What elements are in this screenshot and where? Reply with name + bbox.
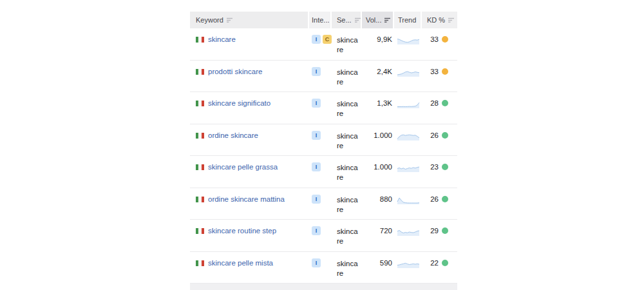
- sort-icon-active[interactable]: [384, 17, 390, 23]
- table-row: ordine skincare mattina I skincare 880 2…: [190, 188, 457, 220]
- intent-header-label: Inte...: [312, 16, 330, 24]
- table-row: skincare I C skincare 9,9K 33: [190, 28, 457, 61]
- trend-sparkline: [397, 37, 420, 45]
- volume-cell: 1.000: [362, 156, 394, 188]
- intent-cell: I: [309, 252, 332, 284]
- column-header-seed[interactable]: Se...: [332, 12, 362, 28]
- kd-difficulty-dot: [442, 68, 448, 75]
- volume-cell: 9,9K: [362, 28, 394, 60]
- table-row: skincare pelle mista I skincare 590 22: [190, 252, 457, 284]
- kd-cell: 28: [422, 92, 457, 124]
- seed-keyword-cell: skincare: [332, 252, 362, 284]
- trend-sparkline: [397, 133, 420, 141]
- table-row: skincare significato I skincare 1,3K 28: [190, 92, 457, 124]
- volume-cell: 1.000: [362, 124, 394, 156]
- keyword-link[interactable]: ordine skincare mattina: [208, 195, 285, 204]
- keyword-link[interactable]: skincare pelle grassa: [208, 163, 278, 171]
- keyword-cell: ordine skincare: [190, 124, 309, 156]
- keyword-cell: skincare significato: [190, 92, 309, 124]
- table-row: skincare routine step I skincare 720 29: [190, 220, 457, 252]
- volume-value: 1,3K: [377, 99, 392, 107]
- keyword-link[interactable]: ordine skincare: [208, 131, 258, 140]
- kd-value: 33: [430, 35, 439, 43]
- trend-sparkline: [397, 69, 420, 77]
- seed-keyword-text: skincare: [337, 259, 359, 278]
- intent-badge-informational[interactable]: I: [312, 99, 321, 108]
- kd-value: 22: [430, 259, 439, 267]
- trend-cell: [394, 220, 422, 251]
- keyword-header-label: Keyword: [196, 16, 223, 24]
- intent-badge-informational[interactable]: I: [312, 162, 321, 171]
- volume-cell: 1,3K: [362, 92, 394, 124]
- kd-cell: 23: [422, 156, 457, 188]
- keyword-cell: skincare routine step: [190, 220, 309, 251]
- keyword-link[interactable]: skincare: [208, 35, 236, 44]
- intent-cell: I: [309, 61, 332, 92]
- kd-cell: 26: [422, 124, 457, 156]
- column-header-keyword[interactable]: Keyword: [190, 12, 309, 28]
- kd-cell: 33: [422, 28, 457, 60]
- volume-value: 590: [380, 259, 392, 267]
- keyword-cell: skincare pelle mista: [190, 252, 309, 284]
- volume-cell: 2,4K: [362, 61, 394, 92]
- intent-badge-informational[interactable]: I: [312, 131, 321, 140]
- seed-keyword-cell: skincare: [332, 188, 362, 220]
- column-header-kd[interactable]: KD %: [422, 12, 457, 28]
- trend-cell: [394, 28, 422, 60]
- column-header-intent[interactable]: Inte...: [309, 12, 332, 28]
- volume-value: 1.000: [374, 163, 392, 171]
- sort-icon[interactable]: [227, 17, 232, 23]
- trend-cell: [394, 252, 422, 284]
- intent-badge-commercial[interactable]: C: [323, 35, 332, 44]
- column-header-volume[interactable]: Vol...: [362, 12, 394, 28]
- kd-difficulty-dot: [442, 100, 448, 106]
- intent-badge-informational[interactable]: I: [312, 195, 321, 204]
- intent-cell: I: [309, 188, 332, 220]
- kd-value: 29: [430, 227, 439, 235]
- kd-value: 26: [430, 131, 439, 139]
- trend-cell: [394, 156, 422, 188]
- keyword-link[interactable]: skincare significato: [208, 99, 270, 108]
- column-header-trend[interactable]: Trend: [394, 12, 422, 28]
- intent-badge-informational[interactable]: I: [312, 35, 321, 44]
- kd-value: 33: [430, 68, 439, 75]
- sort-icon[interactable]: [448, 17, 454, 23]
- intent-badge-informational[interactable]: I: [312, 258, 321, 267]
- seed-keyword-text: skincare: [337, 227, 359, 246]
- sort-icon[interactable]: [355, 17, 361, 23]
- volume-header-label: Vol...: [366, 16, 381, 24]
- keyword-table: Keyword Inte... Se... Vol... Trend KD % …: [190, 12, 457, 279]
- keyword-link[interactable]: prodotti skincare: [208, 68, 262, 76]
- seed-keyword-text: skincare: [337, 163, 359, 182]
- volume-value: 2,4K: [377, 68, 392, 75]
- keyword-link[interactable]: skincare routine step: [208, 227, 276, 235]
- seed-keyword-text: skincare: [337, 195, 359, 215]
- intent-cell: I: [309, 156, 332, 188]
- trend-header-label: Trend: [398, 16, 416, 24]
- intent-badge-informational[interactable]: I: [312, 226, 321, 235]
- table-row: skincare pelle grassa I skincare 1.000 2…: [190, 156, 457, 188]
- intent-badge-informational[interactable]: I: [312, 67, 321, 76]
- kd-value: 26: [430, 195, 439, 203]
- seed-keyword-cell: skincare: [332, 156, 362, 188]
- intent-cell: I: [309, 92, 332, 124]
- kd-cell: 29: [422, 220, 457, 251]
- seed-keyword-cell: skincare: [332, 92, 362, 124]
- italy-flag-icon: [196, 164, 204, 170]
- kd-difficulty-dot: [442, 164, 448, 170]
- volume-value: 1.000: [374, 131, 392, 139]
- kd-difficulty-dot: [442, 132, 448, 139]
- keyword-cell: prodotti skincare: [190, 61, 309, 92]
- keyword-link[interactable]: skincare pelle mista: [208, 259, 273, 267]
- seed-keyword-cell: skincare: [332, 220, 362, 251]
- kd-difficulty-dot: [442, 227, 448, 234]
- trend-sparkline: [397, 101, 420, 109]
- kd-difficulty-dot: [442, 196, 448, 202]
- keyword-cell: skincare: [190, 28, 309, 60]
- keyword-cell: ordine skincare mattina: [190, 188, 309, 220]
- seed-keyword-text: skincare: [337, 131, 359, 151]
- table-row: prodotti skincare I skincare 2,4K 33: [190, 61, 457, 93]
- kd-cell: 26: [422, 188, 457, 220]
- trend-cell: [394, 61, 422, 92]
- trend-sparkline: [397, 260, 420, 269]
